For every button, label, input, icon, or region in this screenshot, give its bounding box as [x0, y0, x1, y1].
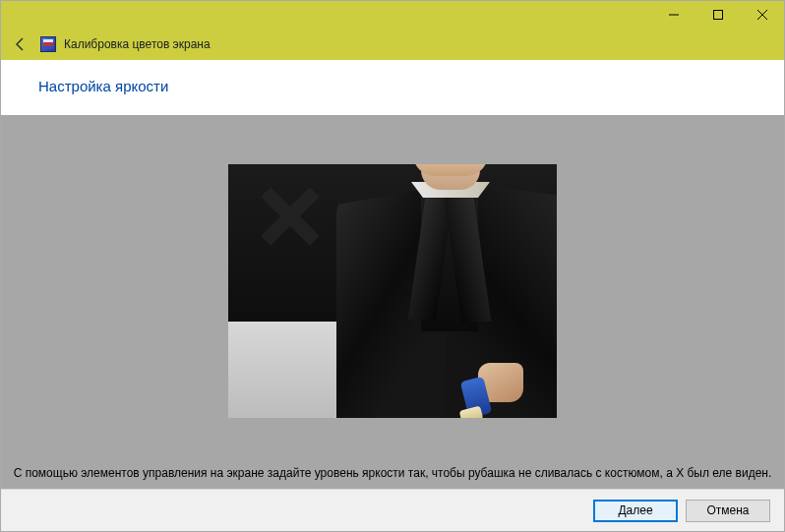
preview-area: С помощью элементов управления на экране… — [1, 115, 784, 489]
close-button[interactable] — [740, 1, 784, 29]
maximize-button[interactable] — [695, 1, 740, 29]
footer: Далее Отмена — [1, 489, 784, 531]
x-mark — [256, 182, 325, 251]
header-bar: Калибровка цветов экрана — [1, 29, 784, 60]
svg-rect-1 — [713, 11, 722, 20]
titlebar — [1, 1, 784, 29]
back-button[interactable] — [9, 32, 32, 56]
instruction-text: С помощью элементов управления на экране… — [1, 465, 784, 481]
heading-area: Настройка яркости — [1, 60, 784, 115]
calibration-image — [228, 164, 557, 418]
cancel-button[interactable]: Отмена — [686, 500, 770, 522]
minimize-button[interactable] — [651, 1, 695, 29]
app-icon — [40, 36, 56, 52]
app-title: Калибровка цветов экрана — [64, 37, 211, 51]
page-heading: Настройка яркости — [38, 78, 784, 94]
next-button[interactable]: Далее — [593, 500, 678, 522]
